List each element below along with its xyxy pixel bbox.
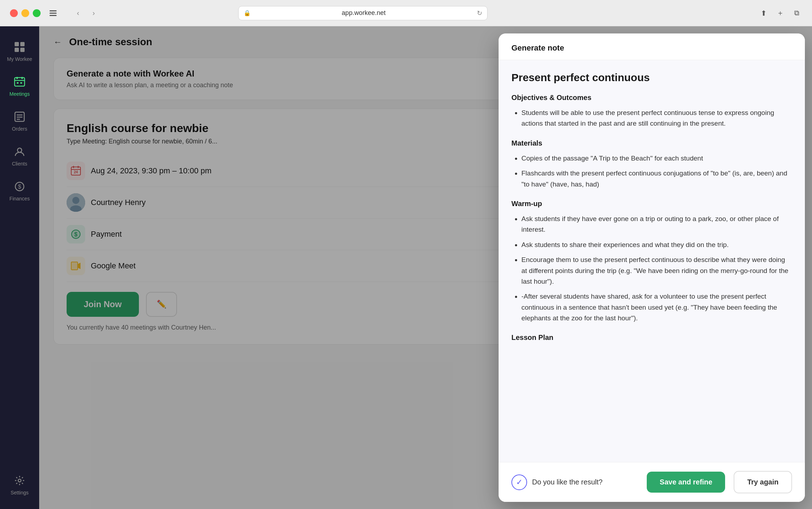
sidebar-label-clients: Clients (12, 161, 27, 167)
orders-icon (12, 110, 27, 124)
section-warmup: Warm-up Ask students if they have ever g… (511, 200, 792, 324)
sidebar-item-clients[interactable]: Clients (0, 138, 39, 173)
sidebar-label-orders: Orders (12, 126, 27, 132)
svg-rect-3 (15, 42, 19, 46)
objectives-list: Students will be able to use the present… (511, 107, 792, 129)
svg-rect-10 (21, 77, 23, 79)
traffic-lights (10, 9, 41, 17)
svg-rect-0 (50, 10, 57, 11)
svg-point-17 (17, 148, 22, 152)
reload-icon[interactable]: ↻ (477, 9, 482, 17)
clients-icon (12, 145, 27, 159)
sidebar-label-finances: Finances (10, 196, 30, 201)
check-circle-icon: ✓ (511, 474, 527, 490)
settings-icon (12, 473, 27, 488)
svg-rect-6 (20, 48, 25, 52)
app-layout: My Workee Meetings (0, 26, 812, 509)
material-item-1: Flashcards with the present perfect cont… (521, 168, 792, 190)
share-icon[interactable]: ⬆ (759, 8, 769, 19)
warmup-list: Ask students if they have ever gone on a… (511, 214, 792, 324)
note-title: Present perfect continuous (511, 72, 792, 84)
svg-rect-11 (17, 82, 19, 84)
svg-rect-7 (15, 78, 25, 86)
warmup-item-3: -After several students have shared, ask… (521, 291, 792, 324)
modal-footer: ✓ Do you like the result? Save and refin… (499, 462, 805, 502)
footer-question-text: Do you like the result? (532, 478, 603, 486)
back-nav-button[interactable]: ‹ (73, 8, 83, 19)
svg-rect-4 (20, 42, 25, 46)
warmup-item-0: Ask students if they have ever gone on a… (521, 214, 792, 235)
svg-rect-1 (50, 12, 57, 14)
browser-actions: ⬆ ＋ ⧉ (759, 8, 802, 19)
try-again-button[interactable]: Try again (734, 471, 792, 493)
modal-body: Present perfect continuous Objectives & … (499, 60, 805, 462)
finances-icon: $ (12, 179, 27, 194)
sidebar-label-my-workee: My Workee (7, 56, 32, 62)
browser-chrome: ‹ › 🔒 app.workee.net ↻ ⬆ ＋ ⧉ (0, 0, 812, 26)
main-content: ← One-time session Generate a note with … (39, 26, 812, 509)
section-objectives: Objectives & Outcomes Students will be a… (511, 94, 792, 129)
footer-question-area: ✓ Do you like the result? (511, 474, 638, 490)
tabs-icon[interactable]: ⧉ (791, 8, 802, 19)
svg-rect-12 (20, 82, 22, 84)
sidebar-item-settings[interactable]: Settings (0, 467, 39, 502)
new-tab-icon[interactable]: ＋ (775, 8, 786, 19)
minimize-button[interactable] (21, 9, 29, 17)
sidebar-item-my-workee[interactable]: My Workee (0, 33, 39, 68)
sidebar-item-finances[interactable]: $ Finances (0, 173, 39, 208)
sidebar-label-settings: Settings (11, 490, 29, 495)
section-materials: Materials Copies of the passage "A Trip … (511, 139, 792, 190)
url-text: app.workee.net (254, 9, 474, 17)
materials-list: Copies of the passage "A Trip to the Bea… (511, 153, 792, 190)
generate-note-modal: Generate note Present perfect continuous… (499, 33, 805, 502)
modal-title: Generate note (511, 43, 564, 52)
objective-item-0: Students will be able to use the present… (521, 107, 792, 129)
maximize-button[interactable] (33, 9, 41, 17)
svg-text:$: $ (18, 184, 21, 190)
sidebar-label-meetings: Meetings (10, 91, 30, 97)
security-icon: 🔒 (244, 10, 251, 16)
close-button[interactable] (10, 9, 18, 17)
modal-header: Generate note (499, 33, 805, 60)
section-objectives-title: Objectives & Outcomes (511, 94, 792, 102)
sidebar: My Workee Meetings (0, 26, 39, 509)
section-materials-title: Materials (511, 139, 792, 147)
address-bar[interactable]: 🔒 app.workee.net ↻ (238, 6, 488, 20)
warmup-item-2: Encourage them to use the present perfec… (521, 254, 792, 287)
section-warmup-title: Warm-up (511, 200, 792, 208)
sidebar-item-meetings[interactable]: Meetings (0, 68, 39, 103)
save-and-refine-button[interactable]: Save and refine (647, 472, 725, 493)
section-lesson-plan-title: Lesson Plan (511, 334, 792, 342)
section-lesson-plan: Lesson Plan (511, 334, 792, 342)
meetings-icon (12, 75, 27, 89)
warmup-item-1: Ask students to share their experiences … (521, 240, 792, 250)
svg-point-20 (18, 479, 21, 482)
sidebar-item-orders[interactable]: Orders (0, 103, 39, 138)
my-workee-icon (12, 40, 27, 54)
svg-rect-5 (15, 48, 19, 52)
material-item-0: Copies of the passage "A Trip to the Bea… (521, 153, 792, 164)
forward-nav-button[interactable]: › (88, 8, 99, 19)
svg-rect-2 (50, 15, 57, 16)
svg-rect-9 (16, 77, 18, 79)
browser-nav: ‹ › (73, 8, 99, 19)
sidebar-toggle-icon[interactable] (48, 8, 58, 19)
